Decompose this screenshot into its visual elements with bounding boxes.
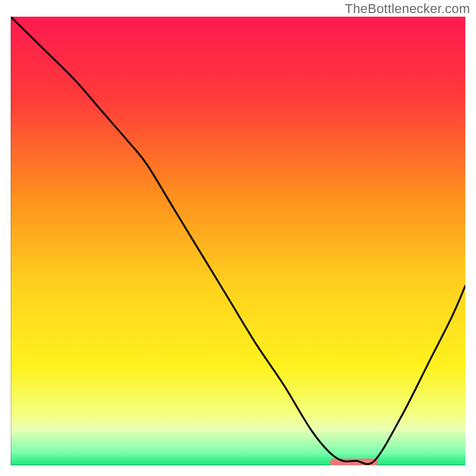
watermark-text: TheBottlenecker.com (345, 1, 470, 17)
chart-container: TheBottlenecker.com (0, 0, 476, 476)
chart-svg (11, 17, 465, 465)
chart-plot (11, 17, 465, 465)
